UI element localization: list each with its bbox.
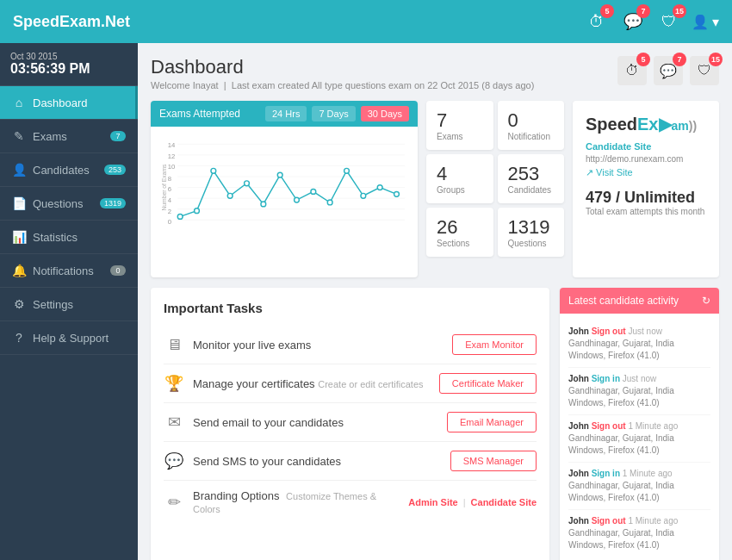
help-icon: ?	[12, 331, 26, 345]
page-clock-icon[interactable]: ⏱ 5	[617, 56, 647, 85]
sidebar-item-label: Help & Support	[33, 332, 109, 345]
sidebar-item-label: Notifications	[33, 264, 94, 277]
svg-text:4: 4	[168, 196, 172, 204]
sidebar-datetime: Oct 30 2015 03:56:39 PM	[0, 43, 138, 86]
svg-point-22	[277, 172, 282, 177]
tasks-card: Important Tasks 🖥 Monitor your live exam…	[151, 288, 549, 560]
sidebar-item-label: Settings	[33, 298, 73, 311]
notifications-icon: 🔔	[12, 264, 26, 277]
stat-label-questions: Questions	[508, 239, 555, 248]
svg-text:2: 2	[168, 208, 171, 215]
questions-badge: 1319	[100, 198, 126, 208]
task-row-sms: 💬 Send SMS to your candidates SMS Manage…	[164, 442, 537, 481]
chart-tab-30d[interactable]: 30 Days	[361, 106, 409, 121]
user-menu-btn[interactable]: 👤 ▾	[692, 14, 719, 30]
admin-site-link[interactable]: Admin Site	[408, 497, 457, 507]
stat-tile-groups: 4 Groups	[426, 154, 493, 203]
svg-point-17	[195, 208, 200, 214]
svg-text:6: 6	[168, 185, 171, 193]
header-actions: ⏱ 5 💬 7 🛡 15 👤 ▾	[583, 8, 719, 35]
attempts-label: Total exam attempts this month	[586, 207, 706, 216]
candidate-site-link[interactable]: Candidate Site	[471, 497, 537, 507]
svg-point-26	[344, 168, 350, 173]
stat-label-groups: Groups	[437, 185, 483, 195]
page-bell-badge: 15	[709, 53, 723, 66]
svg-text:12: 12	[168, 152, 176, 160]
chat-badge: 7	[636, 4, 650, 18]
branding-links: Admin Site | Candidate Site	[408, 497, 537, 507]
sidebar-item-statistics[interactable]: 📊 Statistics	[0, 221, 138, 254]
certificates-icon: 🏆	[164, 374, 184, 393]
sidebar-item-candidates[interactable]: 👤 Candidates 253	[0, 153, 138, 187]
candidate-site-label: Candidate Site	[586, 141, 706, 152]
stat-num-questions: 1319	[508, 216, 555, 239]
page-bell-icon[interactable]: 🛡 15	[690, 56, 719, 85]
chart-card: Exams Attempted 24 Hrs 7 Days 30 Days 14…	[151, 101, 418, 277]
task-text-monitor: Monitor your live exams	[193, 339, 444, 352]
stat-num-notification: 0	[508, 109, 555, 132]
task-text-certificates: Manage your certificates Create or edit …	[193, 377, 431, 390]
visit-site-link[interactable]: ↗ Visit Site	[586, 167, 706, 178]
task-text-email: Send email to your candidates	[193, 416, 438, 429]
sidebar-item-exams[interactable]: ✎ Exams 7	[0, 120, 138, 153]
chart-tabs: Exams Attempted 24 Hrs 7 Days 30 Days	[151, 101, 418, 127]
svg-point-29	[394, 191, 400, 196]
dashboard-icon: ⌂	[12, 96, 26, 109]
sms-icon: 💬	[164, 451, 184, 470]
sidebar-item-settings[interactable]: ⚙ Settings	[0, 288, 138, 321]
page-header: Dashboard Welcome Inayat | Last exam cre…	[151, 56, 719, 90]
tasks-title: Important Tasks	[164, 301, 537, 315]
sidebar: Oct 30 2015 03:56:39 PM ⌂ Dashboard ✎ Ex…	[0, 43, 138, 560]
clock-badge: 5	[600, 4, 614, 18]
bell-icon-btn[interactable]: 🛡 15	[655, 8, 683, 35]
main-content: Dashboard Welcome Inayat | Last exam cre…	[138, 43, 732, 560]
chart-body: 14 12 10 8 6 4 2 0	[151, 127, 418, 277]
activity-refresh-icon[interactable]: ↻	[702, 295, 710, 307]
activity-item-0: John Sign out Just now Gandhinagar, Guja…	[568, 320, 710, 368]
sidebar-item-label: Questions	[33, 197, 84, 210]
clock-icon-btn[interactable]: ⏱ 5	[583, 8, 611, 35]
certificate-maker-btn[interactable]: Certificate Maker	[439, 373, 537, 394]
bottom-row: Important Tasks 🖥 Monitor your live exam…	[151, 288, 719, 560]
activity-header: Latest candidate activity ↻	[560, 288, 719, 314]
activity-item-2: John Sign out 1 Minute ago Gandhinagar, …	[568, 415, 710, 463]
sidebar-item-notifications[interactable]: 🔔 Notifications 0	[0, 254, 138, 288]
stat-tile-candidates: 253 Candidates	[498, 154, 565, 203]
main-layout: Oct 30 2015 03:56:39 PM ⌂ Dashboard ✎ Ex…	[0, 43, 732, 560]
page-chat-icon[interactable]: 💬 7	[654, 56, 683, 85]
svg-text:0: 0	[168, 218, 171, 226]
svg-point-18	[211, 168, 216, 173]
task-row-email: ✉ Send email to your candidates Email Ma…	[164, 403, 537, 442]
svg-point-24	[311, 190, 316, 195]
activity-body: John Sign out Just now Gandhinagar, Guja…	[560, 314, 719, 560]
sms-manager-btn[interactable]: SMS Manager	[450, 451, 537, 471]
questions-icon: 📄	[12, 196, 26, 210]
chart-tab-7d[interactable]: 7 Days	[312, 106, 355, 121]
speedexam-logo: SpeedEx▶am))	[586, 114, 706, 134]
monitor-icon: 🖥	[164, 336, 184, 354]
exam-monitor-btn[interactable]: Exam Monitor	[452, 334, 537, 355]
stat-num-exams: 7	[437, 109, 483, 132]
exams-icon: ✎	[12, 129, 26, 143]
stats-row: Exams Attempted 24 Hrs 7 Days 30 Days 14…	[151, 101, 719, 277]
sidebar-item-help[interactable]: ? Help & Support	[0, 321, 138, 355]
logo-card: SpeedEx▶am)) Candidate Site http://demo.…	[573, 101, 719, 277]
svg-point-28	[377, 185, 382, 190]
chart-tab-24h[interactable]: 24 Hrs	[265, 106, 307, 121]
stat-tile-notification: 0 Notification	[498, 101, 565, 150]
activity-item-1: John Sign in Just now Gandhinagar, Gujar…	[568, 368, 710, 415]
email-manager-btn[interactable]: Email Manager	[447, 412, 537, 432]
task-text-branding: Branding Options Customize Themes & Colo…	[193, 489, 400, 515]
page-subtitle: Welcome Inayat | Last exam created All t…	[151, 80, 534, 90]
svg-text:8: 8	[168, 175, 171, 183]
chat-icon-btn[interactable]: 💬 7	[619, 8, 647, 35]
candidates-icon: 👤	[12, 163, 26, 177]
sidebar-item-label: Statistics	[33, 231, 78, 244]
activity-card: Latest candidate activity ↻ John Sign ou…	[560, 288, 719, 560]
sidebar-item-dashboard[interactable]: ⌂ Dashboard	[0, 86, 138, 120]
sidebar-item-questions[interactable]: 📄 Questions 1319	[0, 187, 138, 221]
svg-point-27	[361, 193, 366, 198]
activity-item-3: John Sign in 1 Minute ago Gandhinagar, G…	[568, 463, 710, 510]
stat-num-groups: 4	[437, 163, 483, 185]
task-row-branding: ✏ Branding Options Customize Themes & Co…	[164, 481, 537, 524]
